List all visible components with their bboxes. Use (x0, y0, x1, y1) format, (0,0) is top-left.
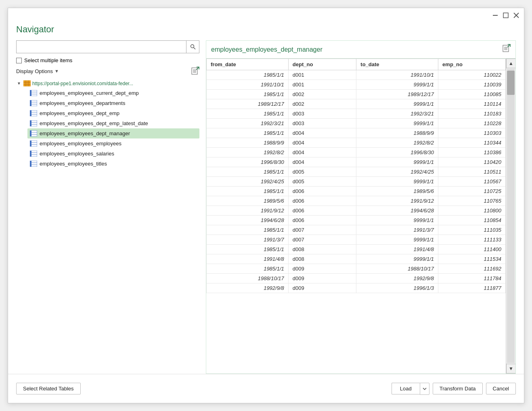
display-options-button[interactable]: Display Options ▼ (16, 68, 59, 74)
table-cell-5-0: 1992/3/21 (207, 119, 289, 128)
table-cell-10-1: d005 (288, 167, 356, 177)
select-multiple-checkbox[interactable] (16, 58, 22, 63)
database-icon (23, 80, 31, 86)
table-row: 1991/4/8d0089999/1/1111534 (207, 254, 506, 264)
table-cell-14-0: 1991/9/12 (207, 206, 289, 216)
table-cell-19-2: 9999/1/1 (356, 254, 438, 264)
table-cell-0-0: 1985/1/1 (207, 70, 289, 80)
table-cell-14-2: 1994/6/28 (356, 206, 438, 216)
data-table: from_datedept_noto_dateemp_no 1985/1/1d0… (206, 59, 506, 293)
tree-item-dept_emp_latest_date[interactable]: employees_employees_dept_emp_latest_date (27, 118, 199, 128)
cancel-button[interactable]: Cancel (486, 383, 516, 394)
navigator-window: Navigator Select multipl (8, 8, 524, 403)
table-cell-13-0: 1989/5/6 (207, 196, 289, 206)
tree-item-dept_emp[interactable]: employees_employees_dept_emp (27, 108, 199, 118)
load-group: Load (392, 383, 429, 395)
svg-rect-29 (30, 120, 31, 126)
table-cell-16-1: d007 (288, 225, 356, 235)
scroll-up-button[interactable]: ▲ (506, 59, 515, 68)
table-cell-4-1: d003 (288, 109, 356, 119)
tree-collapse-icon: ▼ (17, 81, 22, 86)
tree-item-label: employees_employees_dept_manager (40, 130, 130, 136)
app-title: Navigator (16, 23, 516, 35)
table-cell-3-2: 9999/1/1 (356, 99, 438, 109)
chevron-down-small-icon (423, 387, 427, 391)
export-icon[interactable] (191, 67, 199, 75)
table-cell-1-0: 1991/10/1 (207, 80, 289, 90)
table-cell-17-1: d007 (288, 235, 356, 245)
table-cell-7-1: d004 (288, 138, 356, 148)
table-cell-11-3: 110567 (438, 177, 506, 187)
tree-item-titles[interactable]: employees_employees_titles (27, 159, 199, 169)
tree-item-employees[interactable]: employees_employees_employees (27, 138, 199, 149)
scrollbar-track[interactable] (507, 69, 515, 363)
table-cell-11-1: d005 (288, 177, 356, 187)
titlebar (8, 8, 524, 23)
scroll-down-button[interactable]: ▼ (506, 364, 515, 373)
table-cell-4-3: 110183 (438, 109, 506, 119)
display-options-label: Display Options (16, 68, 53, 74)
table-cell-6-0: 1985/1/1 (207, 128, 289, 138)
table-cell-1-2: 9999/1/1 (356, 80, 438, 90)
col-header-dept_no: dept_no (288, 59, 356, 70)
tree-item-label: employees_employees_current_dept_emp (40, 90, 139, 96)
svg-rect-45 (30, 161, 31, 167)
load-button[interactable]: Load (392, 383, 420, 394)
maximize-button[interactable] (502, 12, 509, 19)
table-cell-15-1: d006 (288, 216, 356, 225)
table-cell-14-1: d006 (288, 206, 356, 216)
table-cell-9-2: 9999/1/1 (356, 157, 438, 167)
table-icon (30, 110, 37, 116)
search-input[interactable] (17, 41, 186, 53)
table-cell-5-2: 9999/1/1 (356, 119, 438, 128)
table-cell-11-0: 1992/4/25 (207, 177, 289, 187)
tree-item-salaries[interactable]: employees_employees_salaries (27, 149, 199, 159)
table-cell-8-1: d004 (288, 148, 356, 157)
table-row: 1985/1/1d0081991/4/8111400 (207, 245, 506, 254)
table-icon (30, 140, 37, 147)
col-header-to_date: to_date (356, 59, 438, 70)
table-cell-8-2: 1996/8/30 (356, 148, 438, 157)
table-cell-15-0: 1994/6/28 (207, 216, 289, 225)
table-cell-10-0: 1985/1/1 (207, 167, 289, 177)
tree-item-current_dept_emp[interactable]: employees_employees_current_dept_emp (27, 88, 199, 98)
table-row: 1991/3/7d0079999/1/1111133 (207, 235, 506, 245)
right-header: employees_employees_dept_manager (206, 41, 515, 59)
tree-item-label: employees_employees_departments (40, 100, 125, 106)
tree-parent-item: ▼ https://portal-ppe1.envisioniot.com/ (16, 79, 199, 169)
svg-rect-0 (493, 15, 498, 16)
table-cell-4-0: 1985/1/1 (207, 109, 289, 119)
select-related-tables-button[interactable]: Select Related Tables (16, 383, 81, 394)
table-icon (30, 151, 37, 157)
transform-data-button[interactable]: Transform Data (433, 383, 483, 394)
load-dropdown-button[interactable] (420, 383, 429, 395)
tree-parent-row[interactable]: ▼ https://portal-ppe1.envisioniot.com/ (16, 79, 199, 88)
data-table-wrapper[interactable]: from_datedept_noto_dateemp_no 1985/1/1d0… (206, 59, 506, 373)
svg-point-4 (191, 45, 194, 48)
table-cell-2-0: 1985/1/1 (207, 90, 289, 99)
table-cell-11-2: 9999/1/1 (356, 177, 438, 187)
scrollbar-thumb (507, 71, 515, 95)
table-cell-22-1: d009 (288, 283, 356, 293)
table-cell-5-3: 110228 (438, 119, 506, 128)
close-button[interactable] (513, 12, 520, 19)
tree-item-dept_manager[interactable]: employees_employees_dept_manager (27, 128, 199, 138)
table-container: from_datedept_noto_dateemp_no 1985/1/1d0… (206, 59, 515, 373)
tree-root: ▼ https://portal-ppe1.envisioniot.com/ (16, 79, 199, 169)
table-cell-18-1: d008 (288, 245, 356, 254)
minimize-button[interactable] (492, 12, 499, 19)
search-button[interactable] (186, 40, 199, 53)
table-row: 1991/10/1d0019999/1/1110039 (207, 80, 506, 90)
table-cell-5-1: d003 (288, 119, 356, 128)
table-cell-0-1: d001 (288, 70, 356, 80)
tree-item-label: employees_employees_titles (40, 161, 107, 167)
tree-item-departments[interactable]: employees_employees_departments (27, 98, 199, 108)
preview-title: employees_employees_dept_manager (211, 46, 323, 53)
table-cell-12-3: 110725 (438, 187, 506, 196)
table-cell-16-2: 1991/3/7 (356, 225, 438, 235)
right-export-icon[interactable] (502, 44, 511, 55)
footer-right: Load Transform Data Cancel (392, 383, 516, 395)
tree-parent-url: https://portal-ppe1.envisioniot.com/data… (32, 81, 133, 86)
table-row: 1992/3/21d0039999/1/1110228 (207, 119, 506, 128)
table-cell-21-3: 111784 (438, 274, 506, 283)
